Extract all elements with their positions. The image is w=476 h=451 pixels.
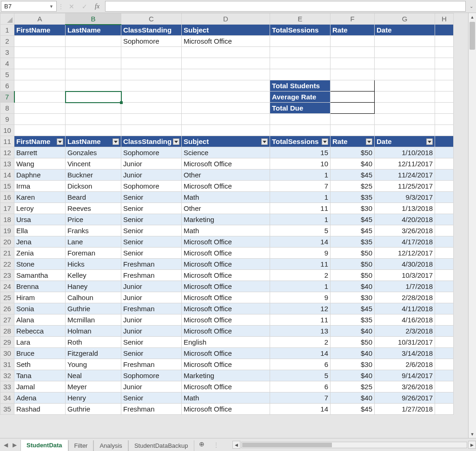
header-LastName[interactable]: LastName <box>66 25 121 36</box>
cell[interactable]: Dickson <box>66 181 121 192</box>
cell[interactable] <box>14 125 66 136</box>
cell[interactable] <box>182 47 270 58</box>
add-sheet-button[interactable]: ⊕ <box>194 438 209 451</box>
cell[interactable]: Jamal <box>14 381 66 392</box>
cell[interactable] <box>435 292 454 303</box>
confirm-icon[interactable]: ✓ <box>82 3 87 10</box>
row-header-23[interactable]: 23 <box>0 270 14 281</box>
cell[interactable] <box>375 36 435 47</box>
cell[interactable] <box>435 136 454 147</box>
cell[interactable] <box>331 125 375 136</box>
cell[interactable]: Marketing <box>182 214 270 225</box>
cell[interactable]: Mcmillan <box>66 314 121 326</box>
cell[interactable]: Roth <box>66 337 121 348</box>
row-header-12[interactable]: 12 <box>0 147 14 158</box>
cell[interactable] <box>435 270 454 281</box>
cell[interactable] <box>435 147 454 158</box>
row-header-17[interactable]: 17 <box>0 203 14 214</box>
row-header-11[interactable]: 11 <box>0 136 14 147</box>
cell[interactable]: 1/7/2018 <box>375 281 435 292</box>
row-header-31[interactable]: 31 <box>0 359 14 370</box>
column-header-F[interactable]: F <box>331 13 375 25</box>
cell[interactable]: $25 <box>331 181 375 192</box>
cell[interactable] <box>435 326 454 337</box>
cell[interactable]: $30 <box>331 292 375 303</box>
cell[interactable]: Microsoft Office <box>182 303 270 314</box>
cell[interactable]: 7 <box>270 392 331 404</box>
column-header-E[interactable]: E <box>270 13 331 25</box>
cell[interactable]: Microsoft Office <box>182 381 270 392</box>
total-students-label[interactable]: Total Students <box>270 80 331 92</box>
vertical-scrollbar[interactable]: ▲ ▼ <box>468 13 476 438</box>
cell[interactable]: 11 <box>270 259 331 270</box>
cell[interactable] <box>14 47 66 58</box>
cell[interactable]: Junior <box>121 326 182 337</box>
cell[interactable]: $25 <box>331 381 375 392</box>
cell[interactable]: $40 <box>331 392 375 404</box>
row-header-29[interactable]: 29 <box>0 337 14 348</box>
cell[interactable] <box>121 114 182 125</box>
cell[interactable] <box>435 125 454 136</box>
cell[interactable] <box>435 192 454 203</box>
cell[interactable] <box>435 236 454 248</box>
row-header-19[interactable]: 19 <box>0 225 14 236</box>
cell[interactable]: Microsoft Office <box>182 348 270 359</box>
cell[interactable]: 11 <box>270 314 331 326</box>
cell[interactable]: Rashad <box>14 404 66 415</box>
cell[interactable] <box>435 303 454 314</box>
row-header-20[interactable]: 20 <box>0 236 14 248</box>
column-header-H[interactable]: H <box>435 13 454 25</box>
cell[interactable] <box>435 381 454 392</box>
cell[interactable] <box>14 114 66 125</box>
cell[interactable]: Rebecca <box>14 326 66 337</box>
cell[interactable]: Fitzgerald <box>66 348 121 359</box>
cell[interactable]: $50 <box>331 270 375 281</box>
cell[interactable]: Bruce <box>14 348 66 359</box>
cell[interactable]: Other <box>182 203 270 214</box>
average-rate-value[interactable] <box>331 92 375 103</box>
tab-next-icon[interactable]: ▶ <box>13 442 17 448</box>
cell[interactable]: Jena <box>14 236 66 248</box>
cell[interactable]: 1 <box>270 214 331 225</box>
row-header-2[interactable]: 2 <box>0 36 14 47</box>
cell[interactable]: 9/26/2017 <box>375 392 435 404</box>
cell[interactable] <box>435 359 454 370</box>
cell[interactable]: Henry <box>66 392 121 404</box>
cell[interactable]: 5 <box>270 225 331 236</box>
cell[interactable] <box>435 170 454 181</box>
cell[interactable]: Junior <box>121 381 182 392</box>
cell[interactable]: 15 <box>270 147 331 158</box>
cell[interactable]: Vincent <box>66 158 121 170</box>
cell[interactable]: $50 <box>331 147 375 158</box>
cell[interactable] <box>435 392 454 404</box>
cell[interactable] <box>435 36 454 47</box>
cell[interactable]: Reeves <box>66 203 121 214</box>
cell[interactable]: 4/20/2018 <box>375 214 435 225</box>
cell[interactable] <box>331 114 375 125</box>
table-header-FirstName[interactable]: FirstName <box>14 136 66 147</box>
row-header-10[interactable]: 10 <box>0 125 14 136</box>
cell[interactable] <box>270 125 331 136</box>
cell[interactable]: Microsoft Office <box>182 404 270 415</box>
cell[interactable]: Freshman <box>121 404 182 415</box>
cell[interactable]: 11/25/2017 <box>375 181 435 192</box>
cell[interactable]: Guthrie <box>66 303 121 314</box>
cell[interactable]: 4/17/2018 <box>375 236 435 248</box>
cell[interactable]: 11/24/2017 <box>375 170 435 181</box>
cell[interactable]: Microsoft Office <box>182 326 270 337</box>
cell[interactable]: 14 <box>270 348 331 359</box>
cell[interactable]: Hiram <box>14 292 66 303</box>
filter-button[interactable] <box>322 138 328 145</box>
formula-input[interactable] <box>105 1 466 12</box>
cell[interactable] <box>331 47 375 58</box>
scroll-right-icon[interactable]: ▶ <box>468 441 476 449</box>
cell[interactable]: 14 <box>270 404 331 415</box>
cell[interactable] <box>435 281 454 292</box>
filter-button[interactable] <box>173 138 179 145</box>
row-header-35[interactable]: 35 <box>0 404 14 415</box>
sheet-tab-StudentDataBackup[interactable]: StudentDataBackup <box>128 440 194 451</box>
total-students-value[interactable] <box>331 80 375 92</box>
row-header-16[interactable]: 16 <box>0 192 14 203</box>
cell[interactable] <box>182 80 270 92</box>
cell[interactable] <box>435 69 454 80</box>
